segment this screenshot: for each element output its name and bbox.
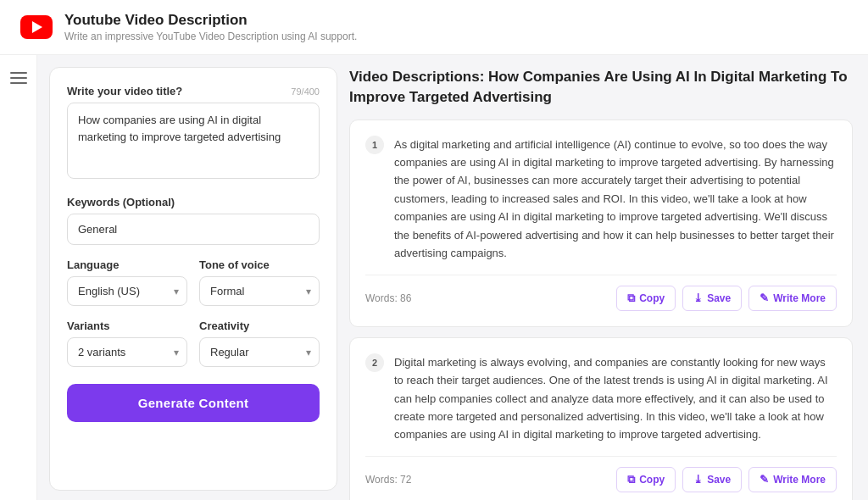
app-header: Youtube Video Description Write an impre…	[0, 0, 868, 55]
tone-field-group: Tone of voice Formal Casual Professional…	[199, 258, 320, 306]
app-subtitle: Write an impressive YouTube Video Descri…	[64, 31, 357, 42]
hamburger-line-3	[10, 82, 27, 84]
language-select-wrapper: English (US) Spanish French German	[67, 276, 187, 306]
variants-select-wrapper: 1 variant 2 variants 3 variants	[67, 337, 187, 367]
save-button-2[interactable]: ⤓ Save	[682, 467, 742, 492]
title-field-label: Write your video title? 79/400	[67, 85, 320, 97]
variants-creativity-row: Variants 1 variant 2 variants 3 variants…	[67, 319, 320, 367]
save-button-1[interactable]: ⤓ Save	[682, 286, 742, 311]
variants-field-group: Variants 1 variant 2 variants 3 variants	[67, 319, 187, 367]
copy-button-2[interactable]: ⧉ Copy	[616, 467, 676, 492]
result-card-2: 2 Digital marketing is always evolving, …	[349, 337, 853, 500]
language-label: Language	[67, 258, 187, 271]
creativity-field-group: Creativity Low Regular High	[199, 319, 320, 367]
variants-label: Variants	[67, 319, 187, 332]
result-text-2: Digital marketing is always evolving, an…	[394, 353, 837, 444]
write-more-icon-1: ✎	[760, 292, 769, 304]
language-field-group: Language English (US) Spanish French Ger…	[67, 258, 187, 306]
creativity-select[interactable]: Low Regular High	[199, 337, 320, 367]
hamburger-line-1	[10, 72, 27, 74]
word-count-1: Words: 86	[365, 292, 411, 304]
sidebar-toggle[interactable]	[0, 55, 37, 500]
title-textarea[interactable]: How companies are using AI in digital ma…	[67, 103, 320, 179]
play-icon	[32, 21, 42, 33]
char-count: 79/400	[291, 86, 320, 97]
save-icon-2: ⤓	[693, 473, 703, 486]
tone-select[interactable]: Formal Casual Professional Friendly	[199, 276, 320, 306]
creativity-select-wrapper: Low Regular High	[199, 337, 320, 367]
result-text-1: As digital marketing and artificial inte…	[394, 136, 837, 263]
save-icon-1: ⤓	[693, 292, 703, 304]
right-panel: Video Descriptions: How Companies Are Us…	[337, 55, 868, 500]
keywords-field-label: Keywords (Optional)	[67, 196, 320, 208]
write-more-button-2[interactable]: ✎ Write More	[748, 467, 837, 492]
variants-select[interactable]: 1 variant 2 variants 3 variants	[67, 337, 187, 367]
generate-button[interactable]: Generate Content	[67, 384, 320, 422]
result-card-1: 1 As digital marketing and artificial in…	[349, 119, 853, 327]
result-number-1: 1	[365, 136, 384, 154]
tone-select-wrapper: Formal Casual Professional Friendly	[199, 276, 320, 306]
results-title: Video Descriptions: How Companies Are Us…	[349, 67, 853, 108]
card-footer-1: Words: 86 ⧉ Copy ⤓ Save ✎ Write More	[365, 275, 837, 311]
creativity-label: Creativity	[199, 319, 320, 332]
hamburger-icon[interactable]	[10, 72, 27, 84]
header-text: Youtube Video Description Write an impre…	[64, 12, 357, 42]
result-number-2: 2	[365, 353, 384, 372]
word-count-2: Words: 72	[365, 474, 411, 486]
copy-icon-2: ⧉	[627, 473, 635, 486]
hamburger-line-2	[10, 77, 27, 79]
title-field-group: Write your video title? 79/400 How compa…	[67, 85, 320, 182]
card-footer-2: Words: 72 ⧉ Copy ⤓ Save ✎ Write More	[365, 456, 837, 492]
youtube-logo	[20, 15, 53, 39]
app-title: Youtube Video Description	[64, 12, 357, 29]
card-actions-2: ⧉ Copy ⤓ Save ✎ Write More	[616, 467, 837, 492]
language-select[interactable]: English (US) Spanish French German	[67, 276, 187, 306]
copy-button-1[interactable]: ⧉ Copy	[616, 286, 676, 311]
main-layout: Write your video title? 79/400 How compa…	[0, 55, 868, 500]
card-actions-1: ⧉ Copy ⤓ Save ✎ Write More	[616, 286, 837, 311]
left-panel: Write your video title? 79/400 How compa…	[49, 67, 337, 491]
tone-label: Tone of voice	[199, 258, 320, 271]
keywords-input[interactable]	[67, 214, 320, 245]
keywords-field-group: Keywords (Optional)	[67, 196, 320, 245]
write-more-icon-2: ✎	[760, 473, 769, 486]
write-more-button-1[interactable]: ✎ Write More	[748, 286, 837, 311]
language-tone-row: Language English (US) Spanish French Ger…	[67, 258, 320, 306]
copy-icon-1: ⧉	[627, 292, 635, 305]
